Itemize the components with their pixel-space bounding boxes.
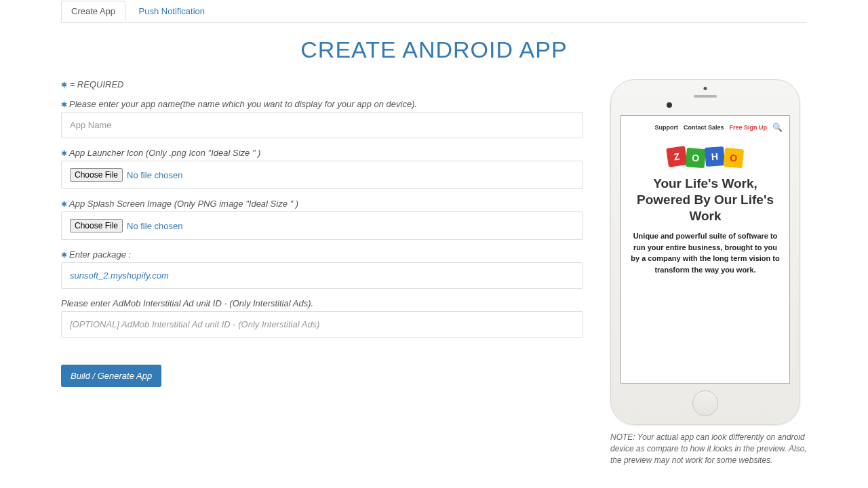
tab-push-notification[interactable]: Push Notification: [129, 1, 216, 21]
preview-note: NOTE: Your actual app can look different…: [604, 432, 807, 466]
tab-create-app[interactable]: Create App: [61, 1, 125, 21]
label-package: Enter package :: [61, 249, 583, 260]
input-package[interactable]: [61, 262, 583, 289]
input-app-name[interactable]: [61, 112, 583, 138]
tabs: Create App Push Notification: [61, 0, 807, 23]
preview-screen: Support Contact Sales Free Sign Up 🔍 Z O…: [620, 115, 790, 384]
file-status: No file chosen: [127, 221, 182, 231]
label-launcher-icon: App Launcher Icon (Only .png Icon "Ideal…: [61, 148, 583, 158]
preview-link-signup: Free Sign Up: [729, 124, 767, 131]
file-status: No file chosen: [127, 170, 182, 180]
input-launcher-file[interactable]: Choose File No file chosen: [61, 161, 583, 189]
page-title: CREATE ANDROID APP: [61, 37, 807, 63]
preview-subtext: Unique and powerful suite of software to…: [629, 230, 781, 275]
label-admob: Please enter AdMob Interstitial Ad unit …: [61, 298, 583, 308]
home-button-icon: [692, 390, 718, 416]
choose-file-button[interactable]: Choose File: [70, 219, 123, 232]
phone-mockup: Support Contact Sales Free Sign Up 🔍 Z O…: [610, 79, 800, 425]
required-legend: ✱ = REQUIRED: [61, 79, 583, 89]
label-splash: App Splash Screen Image (Only PNG image …: [61, 199, 583, 209]
search-icon: 🔍: [772, 123, 783, 132]
preview-link-support: Support: [654, 124, 678, 131]
preview-link-contact: Contact Sales: [684, 124, 724, 131]
input-admob[interactable]: [61, 311, 583, 338]
zoho-logo: Z O H O: [628, 147, 783, 166]
build-button[interactable]: Build / Generate App: [61, 365, 161, 387]
form: ✱ = REQUIRED Please enter your app name(…: [61, 79, 583, 466]
label-app-name: Please enter your app name(the name whic…: [61, 99, 583, 109]
preview-headline: Your Life's Work, Powered By Our Life's …: [631, 176, 780, 224]
choose-file-button[interactable]: Choose File: [70, 168, 123, 182]
input-splash-file[interactable]: Choose File No file chosen: [61, 211, 583, 240]
preview-column: Support Contact Sales Free Sign Up 🔍 Z O…: [604, 79, 807, 466]
